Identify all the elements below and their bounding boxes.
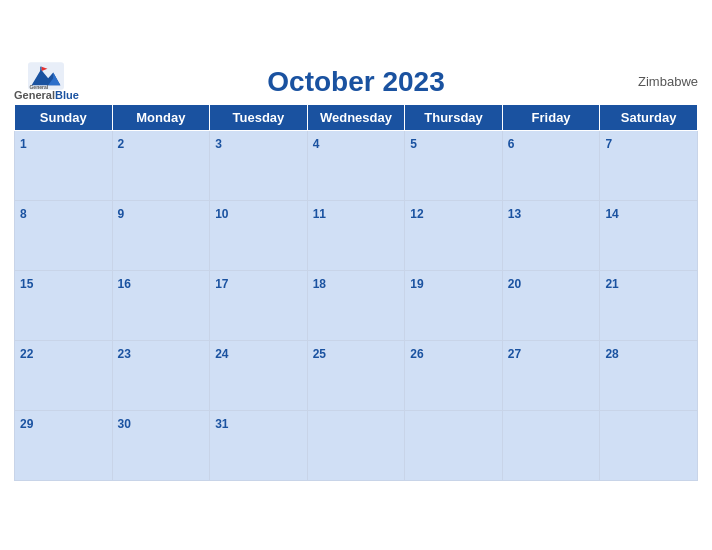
date-number-13: 13 (508, 207, 521, 221)
weekday-header-row: Sunday Monday Tuesday Wednesday Thursday… (15, 104, 698, 130)
date-number-18: 18 (313, 277, 326, 291)
calendar-cell-week5-day5 (405, 410, 503, 480)
date-number-30: 30 (118, 417, 131, 431)
calendar-cell-week4-day6: 27 (502, 340, 600, 410)
date-number-6: 6 (508, 137, 515, 151)
date-number-22: 22 (20, 347, 33, 361)
calendar-cell-week4-day5: 26 (405, 340, 503, 410)
calendar-cell-week4-day2: 23 (112, 340, 210, 410)
date-number-17: 17 (215, 277, 228, 291)
date-number-16: 16 (118, 277, 131, 291)
calendar-cell-week1-day7: 7 (600, 130, 698, 200)
header-sunday: Sunday (15, 104, 113, 130)
date-number-28: 28 (605, 347, 618, 361)
calendar-cell-week1-day4: 4 (307, 130, 405, 200)
calendar-cell-week5-day6 (502, 410, 600, 480)
logo-blue-text: Blue (55, 90, 79, 101)
calendar-cell-week2-day4: 11 (307, 200, 405, 270)
calendar-cell-week2-day3: 10 (210, 200, 308, 270)
date-number-7: 7 (605, 137, 612, 151)
calendar-cell-week3-day1: 15 (15, 270, 113, 340)
date-number-14: 14 (605, 207, 618, 221)
date-number-12: 12 (410, 207, 423, 221)
calendar-table: Sunday Monday Tuesday Wednesday Thursday… (14, 104, 698, 481)
date-number-10: 10 (215, 207, 228, 221)
calendar-cell-week2-day5: 12 (405, 200, 503, 270)
logo-area: General Blue General Blue (14, 62, 79, 101)
calendar-week-row-3: 15161718192021 (15, 270, 698, 340)
date-number-2: 2 (118, 137, 125, 151)
date-number-9: 9 (118, 207, 125, 221)
calendar-cell-week2-day2: 9 (112, 200, 210, 270)
date-number-3: 3 (215, 137, 222, 151)
calendar-week-row-2: 891011121314 (15, 200, 698, 270)
calendar-week-row-1: 1234567 (15, 130, 698, 200)
calendar-cell-week5-day2: 30 (112, 410, 210, 480)
month-year-title: October 2023 (267, 66, 444, 98)
calendar-cell-week3-day3: 17 (210, 270, 308, 340)
calendar-header: General Blue General Blue October 2023 Z… (14, 66, 698, 98)
calendar-cell-week5-day3: 31 (210, 410, 308, 480)
date-number-11: 11 (313, 207, 326, 221)
calendar-cell-week1-day5: 5 (405, 130, 503, 200)
date-number-25: 25 (313, 347, 326, 361)
date-number-15: 15 (20, 277, 33, 291)
date-number-8: 8 (20, 207, 27, 221)
header-friday: Friday (502, 104, 600, 130)
country-label: Zimbabwe (638, 74, 698, 89)
calendar-cell-week3-day4: 18 (307, 270, 405, 340)
calendar-cell-week1-day6: 6 (502, 130, 600, 200)
calendar-cell-week4-day4: 25 (307, 340, 405, 410)
generalblue-logo-icon: General Blue (28, 62, 64, 90)
calendar-cell-week3-day7: 21 (600, 270, 698, 340)
date-number-21: 21 (605, 277, 618, 291)
calendar-cell-week5-day1: 29 (15, 410, 113, 480)
date-number-31: 31 (215, 417, 228, 431)
calendar-cell-week1-day2: 2 (112, 130, 210, 200)
calendar-cell-week3-day5: 19 (405, 270, 503, 340)
calendar-cell-week5-day7 (600, 410, 698, 480)
date-number-4: 4 (313, 137, 320, 151)
header-monday: Monday (112, 104, 210, 130)
header-saturday: Saturday (600, 104, 698, 130)
logo-general-text: General (14, 90, 55, 101)
date-number-19: 19 (410, 277, 423, 291)
date-number-26: 26 (410, 347, 423, 361)
header-thursday: Thursday (405, 104, 503, 130)
date-number-5: 5 (410, 137, 417, 151)
date-number-24: 24 (215, 347, 228, 361)
calendar-cell-week3-day2: 16 (112, 270, 210, 340)
calendar-cell-week3-day6: 20 (502, 270, 600, 340)
calendar-cell-week4-day1: 22 (15, 340, 113, 410)
calendar-cell-week2-day7: 14 (600, 200, 698, 270)
calendar-cell-week1-day3: 3 (210, 130, 308, 200)
calendar-cell-week5-day4 (307, 410, 405, 480)
date-number-29: 29 (20, 417, 33, 431)
header-wednesday: Wednesday (307, 104, 405, 130)
calendar-cell-week4-day7: 28 (600, 340, 698, 410)
date-number-27: 27 (508, 347, 521, 361)
calendar-week-row-5: 293031 (15, 410, 698, 480)
calendar-cell-week2-day1: 8 (15, 200, 113, 270)
header-tuesday: Tuesday (210, 104, 308, 130)
date-number-20: 20 (508, 277, 521, 291)
calendar-cell-week2-day6: 13 (502, 200, 600, 270)
calendar-cell-week4-day3: 24 (210, 340, 308, 410)
date-number-1: 1 (20, 137, 27, 151)
svg-rect-3 (41, 67, 42, 74)
calendar-container: General Blue General Blue October 2023 Z… (0, 56, 712, 495)
calendar-cell-week1-day1: 1 (15, 130, 113, 200)
date-number-23: 23 (118, 347, 131, 361)
calendar-week-row-4: 22232425262728 (15, 340, 698, 410)
